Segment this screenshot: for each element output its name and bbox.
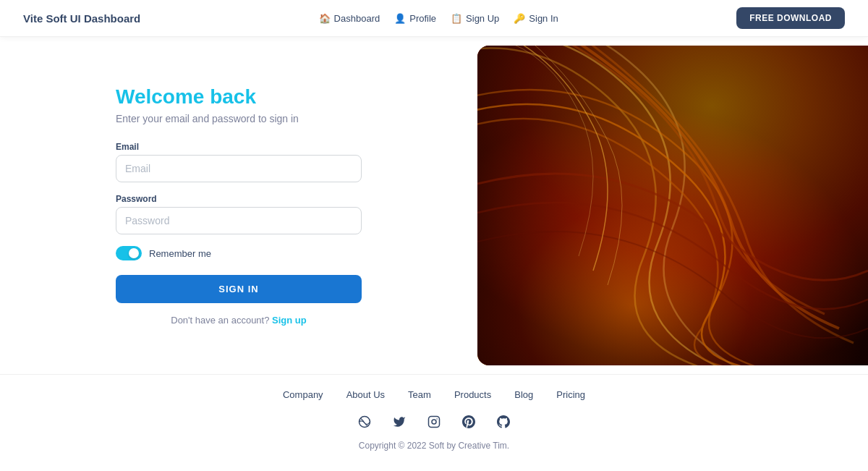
nav-label-signup: Sign Up [466,13,499,24]
footer: Company About Us Team Products Blog Pric… [0,374,868,462]
twitter-icon[interactable] [389,412,409,432]
signup-icon: 📋 [451,13,462,24]
navbar-brand: Vite Soft UI Dashboard [23,12,140,25]
svg-rect-1 [477,46,868,365]
remember-label: Remember me [149,248,211,259]
svg-point-4 [432,420,436,424]
signup-link[interactable]: Sign up [272,315,307,326]
footer-link-about[interactable]: About Us [346,389,385,400]
nav-label-dashboard: Dashboard [334,13,380,24]
toggle-thumb [129,248,139,258]
dashboard-icon: 🏠 [319,13,331,24]
form-container: Welcome back Enter your email and passwo… [116,85,362,326]
no-account-text: Don't have an account? [171,315,269,326]
nav-label-signin: Sign In [529,13,558,24]
footer-social [29,412,839,432]
password-label: Password [116,194,362,204]
password-group: Password [116,194,362,234]
navbar-links: 🏠 Dashboard 👤 Profile 📋 Sign Up 🔑 Sign I… [319,13,558,24]
footer-link-pricing[interactable]: Pricing [556,389,585,400]
navbar: Vite Soft UI Dashboard 🏠 Dashboard 👤 Pro… [0,0,868,37]
footer-copyright: Copyright © 2022 Soft by Creative Tim. [29,441,839,451]
svg-point-2 [359,417,370,428]
hero-image-bg [477,46,868,365]
remember-toggle[interactable] [116,246,142,260]
key-icon: 🔑 [514,13,525,24]
main-layout: Welcome back Enter your email and passwo… [0,37,868,374]
svg-point-5 [436,418,438,420]
profile-icon: 👤 [394,13,406,24]
signup-prompt: Don't have an account? Sign up [116,315,362,326]
form-section: Welcome back Enter your email and passwo… [0,37,477,374]
hero-image [477,46,868,365]
svg-rect-3 [429,417,440,428]
instagram-icon[interactable] [424,412,444,432]
hero-svg [477,46,868,365]
password-input[interactable] [116,207,362,234]
remember-row: Remember me [116,246,362,260]
free-download-button[interactable]: FREE DOWNLOAD [736,7,845,29]
email-group: Email [116,142,362,182]
nav-link-signup[interactable]: 📋 Sign Up [451,13,499,24]
footer-links: Company About Us Team Products Blog Pric… [29,389,839,400]
footer-link-company[interactable]: Company [283,389,323,400]
signin-button[interactable]: SIGN IN [116,275,362,303]
nav-link-dashboard[interactable]: 🏠 Dashboard [319,13,380,24]
dribbble-icon[interactable] [354,412,375,432]
footer-link-products[interactable]: Products [454,389,491,400]
email-input[interactable] [116,155,362,182]
nav-link-profile[interactable]: 👤 Profile [394,13,436,24]
footer-link-team[interactable]: Team [408,389,431,400]
nav-link-signin[interactable]: 🔑 Sign In [514,13,558,24]
welcome-subtitle: Enter your email and password to sign in [116,113,362,124]
github-icon[interactable] [493,412,514,432]
welcome-title: Welcome back [116,85,362,109]
nav-label-profile: Profile [409,13,436,24]
pinterest-icon[interactable] [459,412,479,432]
footer-link-blog[interactable]: Blog [514,389,533,400]
email-label: Email [116,142,362,152]
